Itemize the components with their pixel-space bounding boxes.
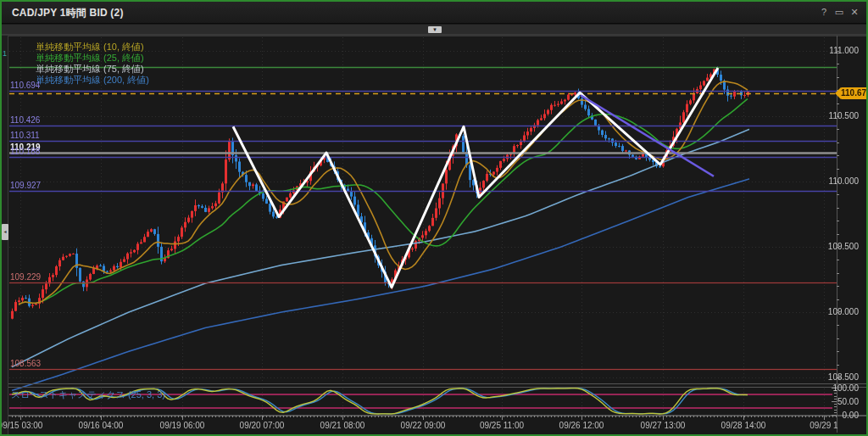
price-axis-label: 109.500	[808, 242, 859, 251]
chart-title: CAD/JPY 1時間 BID (2)	[12, 6, 124, 20]
price-axis-label: 110.000	[808, 176, 859, 186]
price-level-label: 110.311	[10, 131, 40, 140]
legend-item-sma: 単純移動平均線 (200, 終値)	[36, 74, 149, 87]
price-level-label: 110.188	[10, 147, 40, 156]
time-axis-label: 09/21 08:00	[320, 421, 365, 430]
title-bar[interactable]: CAD/JPY 1時間 BID (2) ? ▭ ✕	[2, 2, 866, 24]
current-price-badge: 110.675	[841, 87, 868, 99]
time-axis-label: 09/27 13:00	[641, 421, 686, 430]
stoch-axis-label: 0.00	[808, 411, 859, 420]
close-button[interactable]: ✕	[848, 5, 861, 19]
time-axis-label: 09/26 12:00	[559, 421, 604, 430]
time-axis-label: 09/25 11:00	[480, 421, 524, 430]
time-axis-label: 09/29 1	[810, 421, 837, 430]
time-axis-label: 09/15 03:00	[0, 421, 42, 430]
stochastics-label: スローストキャスティクス (25, 3, 3)	[11, 388, 165, 401]
price-level-label: 110.426	[10, 115, 40, 125]
price-axis-label: 108.500	[808, 372, 859, 382]
chevron-left-icon: ◂	[3, 229, 6, 234]
price-axis-label: 110.500	[808, 111, 859, 120]
left-side-strip: 1 ◂	[2, 36, 8, 434]
price-level-label: 110.694	[10, 81, 40, 90]
help-button[interactable]: ?	[817, 5, 831, 19]
toolbar-strip: ▼	[2, 25, 866, 35]
time-axis-label: 09/20 07:00	[240, 421, 285, 430]
collapse-toolbar-button[interactable]: ▼	[428, 26, 442, 33]
time-axis-label: 09/28 14:00	[721, 421, 766, 430]
price-level-label: 108.563	[10, 359, 41, 368]
price-axis-label: 109.000	[808, 307, 859, 316]
chart-window: CAD/JPY 1時間 BID (2) ? ▭ ✕ ▼ 1 ◂ 単純移動平均線 …	[0, 0, 868, 436]
chevron-down-icon: ▼	[432, 27, 437, 32]
left-panel-handle[interactable]: ◂	[2, 224, 8, 240]
left-strip-marker: 1	[3, 49, 7, 58]
maximize-button[interactable]: ▭	[832, 5, 846, 19]
time-axis-label: 09/22 09:00	[401, 421, 446, 430]
time-axis-label: 09/19 06:00	[160, 421, 205, 430]
stoch-axis-label: 50.00	[808, 397, 859, 406]
stoch-axis-label: 100.00	[808, 383, 859, 393]
time-axis-label: 09/16 04:00	[79, 421, 124, 430]
price-level-label: 109.229	[10, 272, 41, 282]
price-axis-label: 111.000	[808, 46, 859, 55]
price-level-label: 109.927	[10, 181, 41, 190]
